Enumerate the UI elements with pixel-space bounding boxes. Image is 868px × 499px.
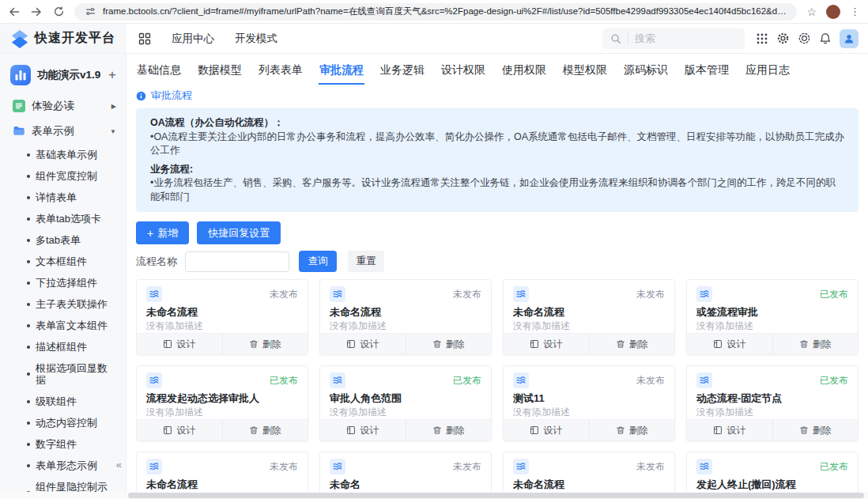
card-desc: 没有添加描述 <box>696 406 848 418</box>
workflow-icon <box>330 459 345 474</box>
tab-app-log[interactable]: 应用日志 <box>745 56 791 85</box>
sidebar: 功能演示v1.9 + 体验必读 ▶ 表单示例 ▼ 基础表单示例 组件宽度控制 详… <box>0 54 126 499</box>
user-avatar[interactable] <box>840 29 859 48</box>
tab-version-management[interactable]: 版本管理 <box>684 56 730 85</box>
sidebar-item[interactable]: 文本框组件 <box>0 251 126 272</box>
sidebar-item[interactable]: 下拉选择组件 <box>0 272 126 293</box>
design-button[interactable]: 设计 <box>504 420 589 440</box>
sidebar-item[interactable]: 组件宽度控制 <box>0 165 126 187</box>
scrollbar-thumb[interactable] <box>128 493 864 498</box>
sidebar-item[interactable]: 多tab表单 <box>0 229 126 251</box>
browser-bar: frame.bctools.cn/?client_id=frame#/myifr… <box>0 0 868 24</box>
sidebar-item[interactable]: 级联组件 <box>0 391 126 412</box>
workflow-icon <box>696 286 712 302</box>
design-button[interactable]: 设计 <box>320 420 406 440</box>
delete-button[interactable]: 删除 <box>772 334 859 354</box>
design-button[interactable]: 设计 <box>687 334 772 354</box>
status-badge: 已发布 <box>270 374 298 387</box>
delete-button[interactable]: 删除 <box>406 334 492 354</box>
menu-app-center[interactable]: 应用中心 <box>172 32 214 46</box>
sidebar-group-guide[interactable]: 体验必读 ▶ <box>0 93 126 119</box>
delete-label: 删除 <box>262 424 281 437</box>
global-search-input[interactable]: 搜索 <box>602 28 745 49</box>
sidebar-item[interactable]: 描述框组件 <box>0 336 126 357</box>
forward-icon[interactable] <box>30 6 43 18</box>
delete-button[interactable]: 删除 <box>222 420 308 440</box>
filter-row: 流程名称 查询 重置 <box>136 251 859 272</box>
tab-basic-info[interactable]: 基础信息 <box>136 56 182 85</box>
bell-icon[interactable] <box>819 32 832 45</box>
card-footer: 设计 删除 <box>687 419 858 440</box>
tab-data-model[interactable]: 数据模型 <box>197 56 243 85</box>
design-button[interactable]: 设计 <box>687 420 772 440</box>
sidebar-item[interactable]: 动态内容控制 <box>0 412 126 433</box>
app-body: 功能演示v1.9 + 体验必读 ▶ 表单示例 ▼ 基础表单示例 组件宽度控制 详… <box>0 54 868 499</box>
sidebar-item[interactable]: 主子表关联操作 <box>0 293 126 315</box>
browser-menu-icon[interactable]: ⋮ <box>850 6 860 17</box>
tab-business-logic[interactable]: 业务逻辑 <box>379 56 425 85</box>
design-button[interactable]: 设计 <box>320 334 406 354</box>
card-title: 测试11 <box>513 392 665 405</box>
sidebar-app-header[interactable]: 功能演示v1.9 + <box>0 62 126 93</box>
process-name-label: 流程名称 <box>136 255 177 269</box>
sidebar-item[interactable]: 表单形态示例 <box>0 455 126 476</box>
quick-reply-settings-button[interactable]: 快捷回复设置 <box>197 221 281 244</box>
delete-button[interactable]: 删除 <box>589 334 675 354</box>
sidebar-item[interactable]: 根据选项回显数据 <box>0 357 126 391</box>
apps-grid-icon[interactable] <box>756 32 768 45</box>
workflow-icon <box>330 372 345 388</box>
reload-icon[interactable] <box>52 6 65 18</box>
tab-model-permission[interactable]: 模型权限 <box>562 56 608 85</box>
delete-button[interactable]: 删除 <box>406 420 492 440</box>
tab-list-form[interactable]: 列表表单 <box>258 56 304 85</box>
add-button[interactable]: + 新增 <box>136 221 189 244</box>
design-icon <box>713 425 723 435</box>
sidebar-group-form-examples[interactable]: 表单示例 ▼ <box>0 119 126 144</box>
delete-button[interactable]: 删除 <box>772 420 859 440</box>
tab-use-permission[interactable]: 使用权限 <box>501 56 547 85</box>
design-button[interactable]: 设计 <box>137 334 222 354</box>
trash-icon <box>249 425 259 435</box>
bookmark-star-icon[interactable]: ☆ <box>806 6 817 18</box>
sidebar-item[interactable]: 基础表单示例 <box>0 144 126 165</box>
trash-icon <box>616 425 625 435</box>
horizontal-scrollbar <box>0 492 868 499</box>
search-placeholder: 搜索 <box>635 32 655 46</box>
browser-profile-avatar[interactable] <box>826 5 840 19</box>
trash-icon <box>432 339 442 349</box>
trash-icon <box>616 339 625 349</box>
add-app-button[interactable]: + <box>108 67 116 83</box>
sidebar-item[interactable]: 表单富文本组件 <box>0 315 126 336</box>
status-badge: 未发布 <box>636 288 665 301</box>
app-logo[interactable]: 快速开发平台 <box>0 24 126 53</box>
app-center-grid-icon[interactable] <box>138 32 151 45</box>
tab-design-permission[interactable]: 设计权限 <box>440 56 486 85</box>
design-button[interactable]: 设计 <box>137 420 222 440</box>
sidebar-item[interactable]: 详情表单 <box>0 187 126 208</box>
process-card: 已发布 发起人终止(撤回)流程 没有添加描述 设计 删除 <box>686 452 859 494</box>
gear-icon[interactable] <box>776 32 790 45</box>
status-badge: 已发布 <box>820 288 848 301</box>
sidebar-item[interactable]: 表单tab选项卡 <box>0 208 126 229</box>
app-chart-icon <box>10 65 31 85</box>
address-bar[interactable]: frame.bctools.cn/?client_id=frame#/myifr… <box>74 3 797 21</box>
status-badge: 未发布 <box>636 374 665 387</box>
sidebar-collapse-button[interactable]: « <box>116 459 122 471</box>
design-button[interactable]: 设计 <box>504 334 589 354</box>
query-button[interactable]: 查询 <box>299 251 337 272</box>
delete-button[interactable]: 删除 <box>589 420 675 440</box>
tab-approval-flow[interactable]: 审批流程 <box>319 56 364 85</box>
back-icon[interactable] <box>8 6 21 18</box>
tab-source-mark[interactable]: 源码标识 <box>623 56 669 85</box>
site-controls-icon[interactable] <box>84 6 96 18</box>
sidebar-item[interactable]: 数字组件 <box>0 433 126 455</box>
status-badge: 未发布 <box>270 460 298 474</box>
delete-button[interactable]: 删除 <box>222 334 308 354</box>
workflow-icon <box>696 372 712 388</box>
reset-button[interactable]: 重置 <box>348 251 384 272</box>
menu-dev-mode[interactable]: 开发模式 <box>235 32 277 46</box>
section-title: 审批流程 <box>151 89 192 103</box>
card-footer: 设计 删除 <box>504 333 674 354</box>
dev-tools-icon[interactable] <box>798 32 811 45</box>
process-name-input[interactable] <box>185 251 289 272</box>
